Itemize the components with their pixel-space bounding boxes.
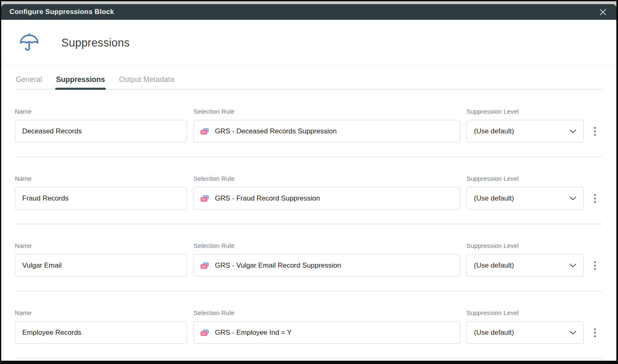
suppression-row: Name Selection Rule GRS - Fraud Record S…: [15, 175, 603, 210]
name-input[interactable]: [15, 120, 187, 142]
row-divider: [15, 224, 603, 224]
umbrella-icon: [18, 30, 41, 55]
kebab-menu-button[interactable]: [590, 187, 600, 210]
suppression-level-column: Suppression Level (Use default): [466, 309, 584, 344]
suppression-row: Name Selection Rule GRS - Vulgar Email R…: [15, 242, 603, 277]
selection-rule-column: Selection Rule GRS - Vulgar Email Record…: [194, 242, 460, 277]
chevron-down-icon: [569, 264, 576, 268]
rule-cards-icon: [200, 329, 210, 337]
name-label: Name: [15, 108, 187, 115]
name-input[interactable]: [15, 321, 187, 344]
rule-cards-icon: [200, 127, 210, 135]
name-column: Name: [15, 242, 187, 277]
suppression-level-column: Suppression Level (Use default): [466, 242, 584, 277]
row-divider: [15, 156, 603, 157]
kebab-menu-icon: [594, 126, 596, 136]
selection-rule-label: Selection Rule: [194, 108, 460, 115]
name-input[interactable]: [15, 187, 187, 210]
selection-rule-column: Selection Rule GRS - Deceased Records Su…: [194, 108, 460, 142]
selection-rule-value: GRS - Fraud Record Suppression: [215, 194, 320, 203]
suppression-level-column: Suppression Level (Use default): [466, 108, 584, 142]
block-header: Suppressions: [1, 20, 616, 65]
selection-rule-label: Selection Rule: [194, 309, 460, 316]
close-icon: [599, 8, 607, 16]
selection-rule-value: GRS - Vulgar Email Record Suppression: [215, 261, 341, 270]
name-label: Name: [15, 175, 187, 182]
selection-rule-column: Selection Rule GRS - Fraud Record Suppre…: [194, 175, 460, 210]
chevron-down-icon: [569, 331, 576, 335]
suppression-row: Name Selection Rule GRS - Employee Ind =…: [15, 309, 603, 344]
suppression-level-label: Suppression Level: [466, 108, 584, 115]
kebab-menu-button[interactable]: [590, 321, 600, 344]
selection-rule-label: Selection Rule: [194, 242, 460, 249]
name-input[interactable]: [15, 254, 187, 277]
name-column: Name: [15, 309, 187, 344]
rule-cards-icon: [200, 261, 210, 270]
rule-cards-icon: [200, 194, 210, 203]
suppression-level-value: (Use default): [474, 261, 514, 270]
suppression-level-value: (Use default): [474, 127, 514, 135]
kebab-menu-icon: [594, 328, 596, 338]
dialog-window: Configure Suppressions Block Suppression…: [0, 0, 618, 364]
name-column: Name: [15, 175, 187, 210]
suppression-level-label: Suppression Level: [466, 175, 584, 182]
chevron-down-icon: [569, 196, 576, 201]
selection-rule-label: Selection Rule: [194, 175, 460, 182]
suppression-level-select[interactable]: (Use default): [466, 187, 584, 210]
tab-suppressions[interactable]: Suppressions: [55, 75, 106, 89]
selection-rule-value: GRS - Employee Ind = Y: [215, 329, 292, 337]
dialog-title: Configure Suppressions Block: [9, 8, 114, 16]
selection-rule-field[interactable]: GRS - Employee Ind = Y: [194, 321, 460, 344]
selection-rule-field[interactable]: GRS - Deceased Records Suppression: [194, 120, 460, 142]
suppression-level-column: Suppression Level (Use default): [466, 175, 584, 210]
selection-rule-field[interactable]: GRS - Vulgar Email Record Suppression: [194, 254, 460, 277]
suppression-level-label: Suppression Level: [466, 309, 584, 316]
tabs: GeneralSuppressionsOutput Metadata: [15, 75, 603, 90]
chevron-down-icon: [569, 129, 576, 133]
tab-output-metadata[interactable]: Output Metadata: [118, 75, 175, 89]
block-title: Suppressions: [61, 37, 130, 49]
suppression-level-select[interactable]: (Use default): [466, 254, 584, 277]
kebab-menu-icon: [594, 261, 596, 271]
suppression-level-value: (Use default): [474, 329, 514, 337]
row-divider: [15, 358, 603, 359]
close-button[interactable]: [597, 7, 608, 17]
selection-rule-column: Selection Rule GRS - Employee Ind = Y: [194, 309, 460, 344]
name-column: Name: [15, 108, 187, 142]
name-label: Name: [15, 309, 187, 316]
kebab-menu-button[interactable]: [590, 120, 600, 142]
tab-general[interactable]: General: [15, 75, 43, 89]
suppression-level-value: (Use default): [474, 194, 514, 203]
selection-rule-field[interactable]: GRS - Fraud Record Suppression: [194, 187, 460, 210]
kebab-menu-button[interactable]: [590, 254, 600, 277]
suppression-row: Name Selection Rule GRS - Deceased Recor…: [15, 108, 603, 142]
titlebar-backdrop: Configure Suppressions Block: [1, 1, 616, 20]
suppression-level-label: Suppression Level: [466, 242, 584, 249]
name-label: Name: [15, 242, 187, 249]
selection-rule-value: GRS - Deceased Records Suppression: [215, 127, 337, 135]
rows-container: Name Selection Rule GRS - Deceased Recor…: [1, 108, 616, 359]
kebab-menu-icon: [594, 194, 596, 203]
dialog-titlebar: Configure Suppressions Block: [1, 4, 616, 20]
suppression-level-select[interactable]: (Use default): [466, 120, 584, 142]
row-divider: [15, 291, 603, 292]
suppression-level-select[interactable]: (Use default): [466, 321, 584, 344]
